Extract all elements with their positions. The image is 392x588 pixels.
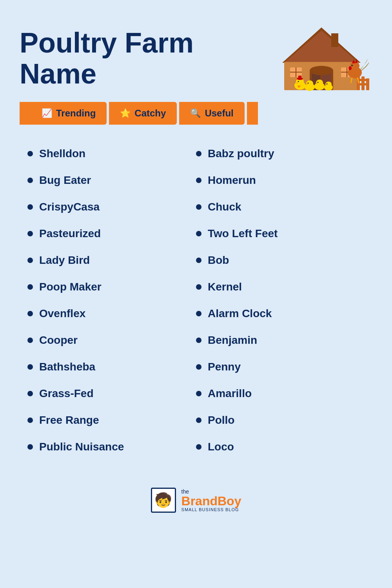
list-item-left-0: Shelldon — [27, 140, 196, 167]
bullet — [27, 391, 33, 396]
catchy-label: Catchy — [134, 108, 166, 119]
list-item-left-4: Lady Bird — [27, 247, 196, 274]
orange-block-right — [247, 102, 258, 125]
svg-rect-18 — [357, 83, 369, 85]
item-text: Alarm Clock — [208, 307, 272, 320]
svg-point-33 — [318, 82, 319, 83]
svg-marker-1 — [284, 31, 359, 63]
item-text: Benjamin — [208, 334, 257, 347]
footer-logo-box: 🧒 — [151, 488, 176, 513]
svg-rect-23 — [298, 76, 301, 79]
bullet — [196, 284, 201, 290]
list-item-right-9: Amarillo — [196, 380, 365, 407]
bullet — [196, 151, 201, 156]
item-text: Public Nuisance — [39, 441, 124, 453]
item-text: Lady Bird — [39, 254, 90, 267]
list-item-left-5: Poop Maker — [27, 274, 196, 300]
svg-point-7 — [310, 66, 333, 75]
footer-brand-name: BrandBoy — [181, 495, 241, 507]
item-text: Shelldon — [39, 147, 85, 160]
bullet — [196, 311, 201, 316]
svg-rect-2 — [331, 33, 338, 47]
tag-catchy: ⭐ Catchy — [109, 102, 177, 125]
item-text: Bob — [208, 254, 229, 267]
list-item-left-10: Free Range — [27, 407, 196, 434]
list-item-left-2: CrispyCasa — [27, 194, 196, 220]
bullet — [27, 204, 33, 210]
list-section: Shelldon Bug Eater CrispyCasa Pasteurize… — [20, 140, 372, 460]
svg-point-29 — [308, 83, 309, 84]
footer-tagline: SMALL BUSINESS BLOG — [181, 507, 241, 512]
svg-point-42 — [348, 66, 352, 70]
list-item-left-11: Public Nuisance — [27, 434, 196, 460]
orange-block-left — [20, 102, 31, 125]
bullet — [27, 338, 33, 343]
list-item-right-6: Alarm Clock — [196, 300, 365, 327]
list-item-right-2: Chuck — [196, 194, 365, 220]
item-text: Penny — [208, 361, 241, 373]
bullet — [27, 284, 33, 290]
brand-accent: Boy — [218, 494, 241, 508]
item-text: Bug Eater — [39, 174, 91, 187]
useful-label: Useful — [205, 108, 233, 119]
bullet — [196, 231, 201, 236]
barn-illustration — [270, 16, 372, 94]
bullet — [196, 417, 201, 423]
svg-point-25 — [298, 81, 299, 82]
tag-bar: 📈 Trending ⭐ Catchy 🔍 Useful — [20, 102, 372, 125]
useful-icon: 🔍 — [190, 108, 201, 118]
list-item-right-11: Loco — [196, 434, 365, 460]
item-text: Babz poultry — [208, 147, 274, 160]
tag-trending: 📈 Trending — [31, 102, 107, 125]
bullet — [196, 444, 201, 450]
bullet — [27, 258, 33, 263]
list-item-left-9: Grass-Fed — [27, 380, 196, 407]
trending-label: Trending — [56, 108, 96, 119]
list-item-right-3: Two Left Feet — [196, 220, 365, 247]
list-item-left-8: Bathsheba — [27, 354, 196, 380]
catchy-icon: ⭐ — [120, 108, 131, 118]
item-text: Grass-Fed — [39, 387, 94, 400]
list-item-left-7: Cooper — [27, 327, 196, 354]
brandboy-logo-icon: 🧒 — [154, 492, 172, 508]
bullet — [196, 364, 201, 370]
page-title: Poultry Farm Name — [20, 27, 270, 89]
item-text: Bathsheba — [39, 361, 95, 373]
list-item-right-8: Penny — [196, 354, 365, 380]
footer: 🧒 the BrandBoy SMALL BUSINESS BLOG — [20, 480, 372, 513]
list-column-right: Babz poultry Homerun Chuck Two Left Feet… — [196, 140, 365, 460]
list-item-left-1: Bug Eater — [27, 167, 196, 194]
bullet — [27, 178, 33, 183]
item-text: Amarillo — [208, 387, 252, 400]
bullet — [27, 151, 33, 156]
bullet — [196, 338, 201, 343]
item-text: Chuck — [208, 201, 241, 213]
svg-point-31 — [316, 80, 323, 86]
list-item-right-1: Homerun — [196, 167, 365, 194]
page-wrapper: Poultry Farm Name — [0, 0, 392, 588]
list-item-right-5: Kernel — [196, 274, 365, 300]
list-column-left: Shelldon Bug Eater CrispyCasa Pasteurize… — [27, 140, 196, 460]
svg-point-35 — [325, 82, 332, 87]
trending-icon: 📈 — [42, 108, 52, 118]
footer-text-area: the BrandBoy SMALL BUSINESS BLOG — [181, 488, 241, 512]
list-item-right-7: Benjamin — [196, 327, 365, 354]
list-item-right-4: Bob — [196, 247, 365, 274]
title-area: Poultry Farm Name — [20, 16, 270, 89]
item-text: Loco — [208, 441, 234, 453]
svg-point-37 — [327, 83, 328, 85]
item-text: Ovenflex — [39, 307, 85, 320]
item-text: Poop Maker — [39, 281, 102, 293]
bullet — [196, 204, 201, 210]
brand-plain: Brand — [181, 494, 218, 508]
list-item-left-6: Ovenflex — [27, 300, 196, 327]
bullet — [27, 364, 33, 370]
svg-point-27 — [306, 80, 313, 87]
svg-point-43 — [351, 65, 353, 66]
bullet — [27, 231, 33, 236]
bullet — [196, 391, 201, 396]
bullet — [196, 258, 201, 263]
item-text: CrispyCasa — [39, 201, 100, 213]
item-text: Two Left Feet — [208, 227, 278, 240]
item-text: Pollo — [208, 414, 234, 426]
